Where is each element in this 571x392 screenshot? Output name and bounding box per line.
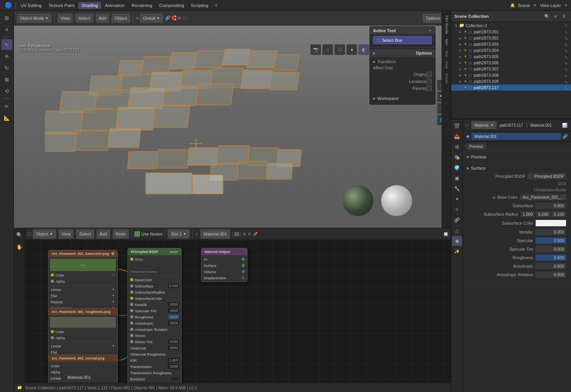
tab-shading[interactable]: Shading [78,2,101,9]
object-menu[interactable]: Object [111,13,131,23]
node-select-menu[interactable]: Select [76,229,95,239]
tab-view[interactable]: View [444,60,449,70]
object-mode-dropdown[interactable]: Object Mode ▼ [16,13,52,23]
color-socket-out[interactable] [51,273,54,277]
view-layer-props-icon[interactable]: ⊞ [452,142,462,152]
outliner-filter-icon[interactable]: 🔍 [543,12,551,20]
locations-checkbox[interactable] [427,79,432,84]
tab-compositing[interactable]: Compositing [156,2,187,9]
scale-tool[interactable]: ⊠ [2,74,12,85]
material-output-node[interactable]: Material Output Al Surface [201,248,248,282]
modifiers-props-icon[interactable]: 🔧 [452,184,462,194]
metallic-in[interactable] [130,303,133,306]
color-socket-right[interactable] [112,273,115,277]
subsurf-radius-in[interactable] [130,291,133,294]
pivot-dropdown[interactable]: Global ▼ [139,13,163,23]
anisotropic-in[interactable] [130,322,133,325]
base-color-expand[interactable]: ▶ [493,195,496,199]
node-zoom-icon[interactable]: 🔍 [14,229,25,240]
aniso-rotation-value[interactable]: 0.000 [535,272,566,278]
tab-animation[interactable]: Animation [102,2,128,9]
obj-row-8[interactable]: ▶ ▼ ◻ path2873.009 ◺ [451,78,571,84]
obj-row-2[interactable]: ▶ ▼ ◻ path2873.003 ◺ [451,41,571,47]
data-props-icon[interactable]: △ [452,225,462,236]
anisotropic-rot-in[interactable] [130,328,133,331]
obj-row-6[interactable]: ▶ ▼ ◻ path2873.007 ◺ [451,66,571,72]
camera-icon[interactable]: 📷 [310,44,321,55]
blender-logo[interactable]: 🔵 [3,0,14,11]
particles-props-icon[interactable]: ✦ [452,194,462,204]
copy-material-icon[interactable]: ⧉ [243,232,246,237]
tab-rendering[interactable]: Rendering [129,2,155,9]
tab-texture-paint[interactable]: Texture Paint [45,2,77,9]
outliner-settings-icon[interactable]: ≡ [552,12,559,20]
mat-link-icon[interactable]: 🔗 [562,134,568,139]
metallic-value[interactable]: 0.000 [535,229,566,235]
obj-row-0[interactable]: ▶ ▼ ◻ path2873.001 ◺ [451,29,571,35]
node-pan-icon[interactable]: ✋ [14,241,25,252]
tab-item[interactable]: Item [444,37,449,47]
node-editor-canvas[interactable]: Arc_Pavement_001_basecolor.png 🖼 img Col… [25,240,451,383]
surface-socket-in[interactable] [242,264,245,267]
use-nodes-toggle[interactable]: Use Nodes [134,231,162,237]
obj-row-4[interactable]: ▶ ▼ ◻ path2873.005 ◺ [451,53,571,60]
measure-tool[interactable]: 📐 [2,112,12,123]
workspace-header[interactable]: ▶ Workspace [373,95,432,102]
subsurface-value[interactable]: 0.000 [535,203,566,209]
wireframe-button[interactable]: ⬡ [334,44,345,55]
obj-row-3[interactable]: ▶ ▼ ◻ path2873.004 ◺ [451,47,571,53]
node-snap-icon[interactable]: 🔲 [443,232,449,237]
object-props-icon[interactable]: ▣ [452,173,462,183]
obj-row-5[interactable]: ▶ ▼ ◻ path2873.006 ◺ [451,60,571,66]
status-context[interactable]: 📁 [17,385,22,390]
add-workspace-button[interactable]: + [212,2,220,9]
select-box-button[interactable]: ⬚ Select Box [373,36,432,44]
collection-row[interactable]: ▼ 📁 Collection 3 👁 [451,22,571,29]
sr-g[interactable]: 0.200 [536,211,550,217]
transform-tool[interactable]: ⟲ [2,86,12,96]
sheen-tint-in[interactable] [130,340,133,343]
sheen-in[interactable] [130,334,133,337]
obj-row-7[interactable]: ▶ ▼ ◻ path2873.008 ◺ [451,72,571,78]
solid-mode-button[interactable]: ● [346,44,357,55]
output-props-icon[interactable]: 📤 [452,131,462,141]
surface-section-header[interactable]: ▶ Surface [463,164,571,172]
material-tab-dropdown[interactable]: Material. ▼ [471,121,497,129]
tab-create[interactable]: Create [444,72,449,85]
rotate-tool[interactable]: ↻ [2,62,12,73]
filter-icon[interactable]: ≡ [2,24,12,35]
constraints-props-icon[interactable]: 🔗 [452,215,462,225]
material-props-icon[interactable]: ◉ [452,236,462,246]
physics-props-icon[interactable]: ⚛ [452,205,462,215]
principled-bsdf-node[interactable]: Principled BSDF BSDF GGA [127,248,182,383]
surface-in[interactable] [242,258,245,261]
sr-b[interactable]: 0.100 [552,211,566,217]
material-dropdown[interactable]: Material.001 [200,229,230,239]
volume-in[interactable] [242,270,245,273]
node-add-menu[interactable]: Add [96,229,111,239]
outliner-funnel-icon[interactable]: ⊽ [560,12,568,20]
shaderfx-props-icon[interactable]: ✨ [452,246,462,256]
slot-dropdown[interactable]: Slot 1 ▼ [167,229,190,239]
render-props-icon[interactable]: 🎬 [452,121,462,131]
subsurface-in[interactable] [130,284,133,287]
subsurface-color-swatch[interactable] [535,220,566,227]
parents-checkbox[interactable] [427,86,432,91]
delete-material-icon[interactable]: ✕ [248,232,251,237]
preview-section-header[interactable]: ▶ Preview [463,153,571,161]
use-nodes-checkbox[interactable] [134,231,140,237]
specular-tint-value[interactable]: 0.000 [535,246,566,252]
render-mode-button[interactable]: ○ [322,44,333,55]
r-color-out[interactable] [51,330,54,333]
obj-row-1[interactable]: ▶ ▼ ◻ path2873.002 ◺ [451,35,571,41]
eye-icon[interactable]: 👁 [564,24,568,28]
tab-uv-editing[interactable]: UV Editing [17,2,45,9]
node-node-menu[interactable]: Node [112,229,129,239]
subsurf-color-in[interactable] [130,297,133,300]
base-color-in[interactable] [130,278,133,281]
view-menu[interactable]: View [57,13,73,23]
data-icon[interactable]: 📊 [561,121,569,129]
r-alpha-out[interactable] [51,336,54,339]
node-view-menu[interactable]: View [58,229,74,239]
data-button[interactable]: Preview [466,143,486,150]
